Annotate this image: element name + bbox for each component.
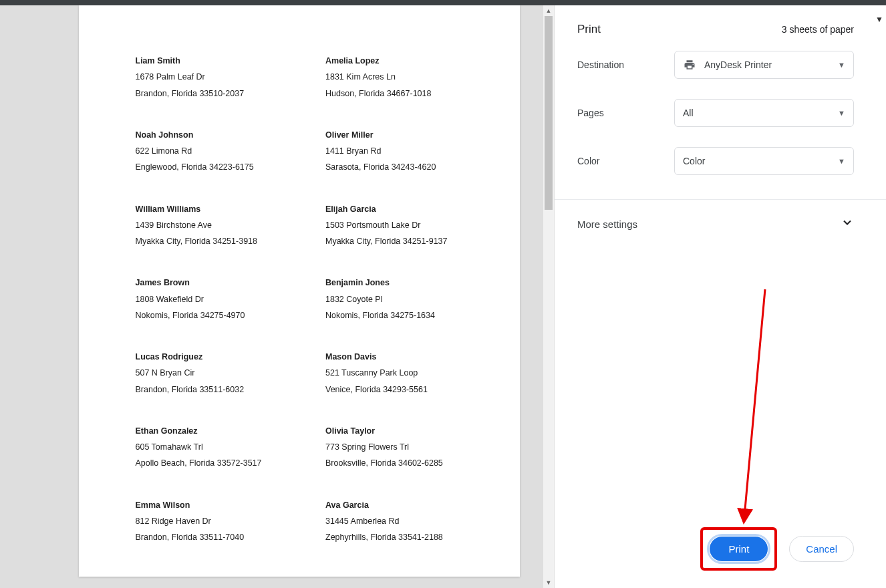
entry-name: Emma Wilson	[136, 500, 309, 510]
address-entry: Oliver Miller1411 Bryan RdSarasota, Flor…	[325, 130, 498, 173]
entry-address: 1411 Bryan Rd	[325, 146, 498, 156]
print-sidebar: ▼ Print 3 sheets of paper Destination An…	[554, 5, 886, 588]
entry-name: Ava Garcia	[325, 500, 498, 510]
address-entry: Emma Wilson812 Ridge Haven DrBrandon, Fl…	[136, 500, 309, 543]
annotation-highlight-box: Print	[700, 527, 777, 571]
entry-name: Ethan Gonzalez	[136, 426, 309, 436]
more-settings-label: More settings	[577, 218, 637, 230]
entry-address: 1808 Wakefield Dr	[136, 294, 309, 305]
print-button[interactable]: Print	[710, 537, 768, 561]
print-dialog: Liam Smith1678 Palm Leaf DrBrandon, Flor…	[0, 5, 886, 588]
entry-address: 1832 Coyote Pl	[325, 294, 498, 305]
entry-address: 1678 Palm Leaf Dr	[136, 71, 309, 82]
address-entry: James Brown1808 Wakefield DrNokomis, Flo…	[136, 277, 309, 321]
entry-address: 507 N Bryan Cir	[136, 368, 309, 378]
print-title: Print	[577, 23, 601, 36]
entry-name: Olivia Taylor	[325, 426, 498, 436]
entry-address: 1439 Birchstone Ave	[136, 220, 309, 231]
sheets-info: 3 sheets of paper	[782, 24, 854, 35]
address-entry: Elijah Garcia1503 Portsmouth Lake DrMyak…	[325, 204, 498, 247]
svg-line-1	[744, 289, 765, 517]
chevron-down-icon	[841, 216, 854, 232]
dropdown-caret-icon: ▼	[838, 109, 845, 117]
entry-city: Myakka City, Florida 34251-3918	[136, 236, 309, 247]
entry-city: Nokomis, Florida 34275-4970	[136, 310, 309, 321]
more-settings-toggle[interactable]: More settings	[555, 200, 886, 248]
entry-city: Nokomis, Florida 34275-1634	[325, 310, 498, 321]
dropdown-caret-icon: ▼	[838, 61, 845, 69]
entry-address: 812 Ridge Haven Dr	[136, 516, 309, 527]
address-entry: Amelia Lopez1831 Kim Acres LnHudson, Flo…	[325, 55, 498, 99]
preview-left-column: Liam Smith1678 Palm Leaf DrBrandon, Flor…	[136, 55, 322, 573]
print-preview-area: Liam Smith1678 Palm Leaf DrBrandon, Flor…	[0, 5, 554, 588]
entry-name: Benjamin Jones	[325, 277, 498, 288]
address-entry: Noah Johnson622 Limona RdEnglewood, Flor…	[136, 130, 309, 173]
entry-name: William Williams	[136, 204, 309, 214]
entry-address: 605 Tomahawk Trl	[136, 442, 309, 452]
address-entry: Liam Smith1678 Palm Leaf DrBrandon, Flor…	[136, 55, 309, 99]
color-label: Color	[577, 156, 674, 166]
entry-city: Brandon, Florida 33511-7040	[136, 532, 309, 543]
entry-name: Liam Smith	[136, 55, 309, 66]
color-dropdown[interactable]: Color ▼	[674, 147, 854, 175]
destination-value: AnyDesk Printer	[704, 59, 772, 70]
entry-name: Amelia Lopez	[325, 55, 498, 66]
printer-icon	[683, 59, 696, 71]
entry-name: James Brown	[136, 277, 309, 288]
entry-city: Hudson, Florida 34667-1018	[325, 88, 498, 99]
color-value: Color	[683, 156, 705, 166]
preview-scrollbar[interactable]: ▲ ▼	[543, 5, 554, 588]
destination-dropdown[interactable]: AnyDesk Printer ▼	[674, 51, 854, 79]
address-entry: Lucas Rodriguez507 N Bryan CirBrandon, F…	[136, 351, 309, 395]
entry-address: 31445 Amberlea Rd	[325, 516, 498, 527]
entry-name: Elijah Garcia	[325, 204, 498, 214]
entry-address: 773 Spring Flowers Trl	[325, 442, 498, 452]
entry-city: Myakka City, Florida 34251-9137	[325, 236, 498, 247]
entry-address: 622 Limona Rd	[136, 146, 309, 156]
cancel-button[interactable]: Cancel	[789, 536, 854, 562]
scroll-thumb[interactable]	[545, 16, 553, 210]
entry-city: Zephyrhills, Florida 33541-2188	[325, 532, 498, 543]
entry-city: Brandon, Florida 33510-2037	[136, 88, 309, 99]
background-blurred-text	[60, 575, 541, 588]
preview-right-column: Amelia Lopez1831 Kim Acres LnHudson, Flo…	[325, 55, 512, 573]
window-top-bar	[0, 0, 886, 5]
address-entry: Ethan Gonzalez605 Tomahawk TrlApollo Bea…	[136, 426, 309, 469]
entry-city: Sarasota, Florida 34243-4620	[325, 162, 498, 172]
entry-address: 1831 Kim Acres Ln	[325, 71, 498, 82]
entry-city: Englewood, Florida 34223-6175	[136, 162, 309, 172]
entry-address: 521 Tuscanny Park Loop	[325, 368, 498, 378]
pages-value: All	[683, 108, 694, 118]
address-entry: Mason Davis521 Tuscanny Park LoopVenice,…	[325, 351, 498, 395]
destination-label: Destination	[577, 59, 674, 70]
pages-dropdown[interactable]: All ▼	[674, 99, 854, 127]
entry-name: Mason Davis	[325, 351, 498, 362]
pages-label: Pages	[577, 108, 674, 118]
annotation-arrow	[735, 286, 788, 533]
entry-city: Venice, Florida 34293-5561	[325, 384, 498, 395]
scroll-down-icon[interactable]: ▼	[543, 577, 554, 588]
entry-name: Noah Johnson	[136, 130, 309, 140]
address-entry: William Williams1439 Birchstone AveMyakk…	[136, 204, 309, 247]
address-entry: Ava Garcia31445 Amberlea RdZephyrhills, …	[325, 500, 498, 543]
browser-menu-caret[interactable]: ▼	[875, 15, 883, 24]
entry-name: Oliver Miller	[325, 130, 498, 140]
scroll-up-icon[interactable]: ▲	[543, 5, 554, 16]
entry-name: Lucas Rodriguez	[136, 351, 309, 362]
address-entry: Olivia Taylor773 Spring Flowers TrlBrook…	[325, 426, 498, 469]
entry-address: 1503 Portsmouth Lake Dr	[325, 220, 498, 231]
entry-city: Brandon, Florida 33511-6032	[136, 384, 309, 395]
entry-city: Brooksville, Florida 34602-6285	[325, 458, 498, 468]
dropdown-caret-icon: ▼	[838, 157, 845, 165]
address-entry: Benjamin Jones1832 Coyote PlNokomis, Flo…	[325, 277, 498, 321]
entry-city: Apollo Beach, Florida 33572-3517	[136, 458, 309, 468]
preview-page: Liam Smith1678 Palm Leaf DrBrandon, Flor…	[79, 5, 520, 577]
